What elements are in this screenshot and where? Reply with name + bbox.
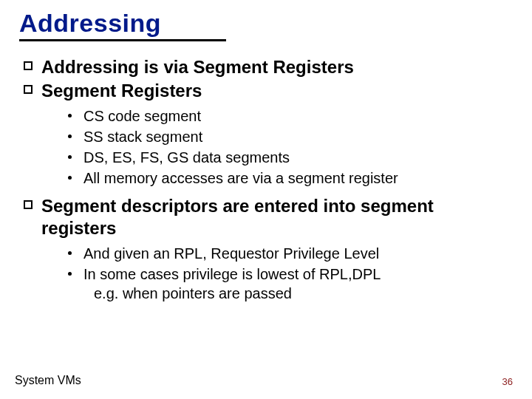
dot-bullet-icon <box>68 114 72 117</box>
square-bullet-icon <box>24 85 33 94</box>
sub-list-item: DS, ES, FS, GS data segments <box>68 148 513 167</box>
title-underline <box>19 39 226 41</box>
sub-list-text: DS, ES, FS, GS data segments <box>83 148 290 167</box>
list-item-text: Segment descriptors are entered into seg… <box>41 195 513 239</box>
slide: Addressing Addressing is via Segment Reg… <box>0 0 532 399</box>
sub-list-item: CS code segment <box>68 106 513 126</box>
square-bullet-icon <box>24 61 33 70</box>
sub-list-item: SS stack segment <box>68 127 513 146</box>
list-item-text: Addressing is via Segment Registers <box>41 56 354 78</box>
bullet-list: Addressing is via Segment Registers Segm… <box>19 56 513 303</box>
list-item: Segment Registers <box>19 80 513 102</box>
sub-list-text: And given an RPL, Requestor Privilege Le… <box>83 244 379 263</box>
sub-list-text: All memory accesses are via a segment re… <box>83 168 398 188</box>
sub-list-item: All memory accesses are via a segment re… <box>68 168 513 188</box>
sub-list: CS code segment SS stack segment DS, ES,… <box>19 106 513 188</box>
page-number: 36 <box>502 376 513 387</box>
dot-bullet-icon <box>68 272 72 276</box>
dot-bullet-icon <box>68 251 72 255</box>
sub-list-line: In some cases privilege is lowest of RPL… <box>83 266 381 282</box>
list-item: Segment descriptors are entered into seg… <box>19 195 513 239</box>
sub-list-item: In some cases privilege is lowest of RPL… <box>68 265 513 303</box>
dot-bullet-icon <box>68 176 72 180</box>
dot-bullet-icon <box>68 134 72 138</box>
square-bullet-icon <box>24 200 33 209</box>
footer-left: System VMs <box>15 374 81 387</box>
list-item-text: Segment Registers <box>41 80 202 102</box>
list-item: Addressing is via Segment Registers <box>19 56 513 78</box>
sub-list: And given an RPL, Requestor Privilege Le… <box>19 244 513 303</box>
sub-list-item: And given an RPL, Requestor Privilege Le… <box>68 244 513 263</box>
sub-list-text: CS code segment <box>83 106 201 126</box>
dot-bullet-icon <box>68 155 72 159</box>
sub-list-text: SS stack segment <box>83 127 202 146</box>
slide-title: Addressing <box>19 9 513 38</box>
sub-list-text: In some cases privilege is lowest of RPL… <box>83 265 381 303</box>
sub-list-extra-line: e.g. when pointers are passed <box>83 284 381 303</box>
